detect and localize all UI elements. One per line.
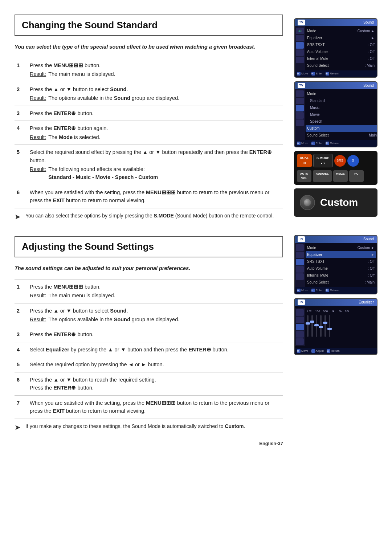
result-label: Result:	[30, 133, 46, 141]
result-label: Result:	[30, 94, 46, 102]
step-number: 3	[15, 327, 28, 342]
tv-screen-1: TV Sound 📺 Mode : Custom ►	[294, 18, 377, 78]
menu-val-3-srs: : Off	[368, 259, 375, 264]
table-row: 2 Press the ▲ or ▼ button to select Soun…	[15, 82, 283, 106]
table-row: 4 Select Equalizer by pressing the ▲ or …	[15, 342, 283, 357]
menu-row-2-music: Music	[307, 104, 377, 111]
step-number: 6	[15, 185, 28, 208]
tv-screen-2: TV Sound Mode Standard	[294, 81, 377, 148]
eq-bars-row	[307, 315, 375, 337]
note-arrow-icon: ➤	[15, 422, 23, 433]
menu-val-3-soundsel: : Main	[365, 280, 375, 285]
menu-val-movie: Movie	[310, 112, 320, 117]
tv-logo: TV	[298, 20, 305, 25]
tv-bottom-bar-4: ⊕ Move ↕ Adjust ⊞ Return	[295, 348, 377, 354]
menu-label-autovol: Auto Volume	[307, 49, 328, 54]
sidebar-icon-3-3	[296, 259, 304, 265]
eq-track-300	[316, 315, 317, 337]
bottom-adjust-4: ↕ Adjust	[311, 349, 324, 353]
tv-screen-4: TV Equalizer L/R 100 300 1k	[294, 298, 377, 355]
menu-row-2-speech: Speech	[307, 118, 377, 125]
menu-val-custom: Custom	[307, 126, 319, 131]
menu-row-3-autovol: Auto Volume : Off	[307, 265, 375, 272]
tv-bottom-bar-2: ⊕ Move ↵ Enter ⊞ Return	[295, 140, 377, 147]
eq-label-1k: 1k	[331, 309, 334, 314]
step-content: When you are satisfied with the setting,…	[28, 395, 283, 419]
menu-val-srs: : Off	[368, 42, 375, 48]
menu-row-eq: Equalizer ►	[307, 34, 375, 41]
step-number: 4	[15, 342, 28, 357]
step-number: 2	[15, 303, 28, 327]
section1-note: ➤ You can also select these options by s…	[15, 212, 283, 222]
nav-icon-enter-2: ↵	[311, 142, 315, 145]
menu-row-autovol: Auto Volume : Off	[307, 48, 375, 55]
sidebar-icon-4-5	[296, 338, 304, 345]
step-content: Press the ▲ or ▼ button to reach the req…	[28, 372, 283, 395]
menu-val-autovol: : Off	[368, 49, 375, 54]
menu-label-2-mode: Mode	[307, 91, 316, 97]
sidebar-icon-3-4	[296, 266, 304, 273]
step-content: Press the ▲ or ▼ button to select Sound.…	[28, 82, 283, 106]
tv-menu-2: Mode Standard Music Movie Speech	[305, 89, 377, 140]
srs-button: SRS	[334, 155, 346, 167]
note-text: You can also select these options by sim…	[25, 212, 274, 220]
result-text: The main menu is displayed.	[48, 70, 115, 78]
step-content: Select the required option by pressing t…	[28, 357, 283, 372]
srs-icon: SRS	[336, 158, 343, 163]
nav-icon-adjust-4: ↕	[311, 349, 315, 353]
eq-label-100: 100	[315, 309, 320, 314]
menu-label-3-mute: Internal Mute	[307, 273, 328, 278]
addel-button: ADD/DEL	[313, 170, 332, 182]
result-text: The options available in the Sound group…	[48, 94, 179, 102]
bottom-return-2: ⊞ Return	[326, 141, 339, 146]
section2-title: Adjusting the Sound Settings	[22, 240, 276, 254]
eq-handle-3k	[323, 322, 327, 324]
menu-label-3-soundsel: Sound Select	[307, 280, 329, 285]
menu-val-2-soundsel: Main	[369, 133, 377, 138]
bottom-enter-3: ↵ Enter	[311, 288, 323, 293]
left-column: Changing the Sound Standard You can sele…	[15, 15, 294, 447]
menu-row-3-eq-highlighted: Equalizer ►	[306, 251, 376, 258]
eq-label-10k: 10k	[345, 309, 350, 314]
table-row: 3 Press the ENTER⊕ button.	[15, 106, 283, 121]
tv-logo-4: TV	[298, 299, 305, 305]
page: Changing the Sound Standard You can sele…	[0, 0, 392, 461]
dual-button: DUALI·II	[297, 154, 312, 167]
section2-title-box: Adjusting the Sound Settings	[15, 236, 283, 257]
table-row: 1 Press the MENU⊞⊞⊞ button. Result: The …	[15, 279, 283, 303]
step-number: 7	[15, 395, 28, 419]
sidebar-icon-3-1	[296, 244, 304, 251]
menu-row-srs: SRS TSXT : Off	[307, 41, 375, 48]
result-label: Result:	[30, 315, 46, 323]
tv-bottom-bar-3: ⊕ Move ↵ Enter ⊞ Return	[295, 287, 377, 294]
remote-buttons: DUALI·II S.MODE▲▼ SRS S AUTOVOL ADD/DEL …	[294, 151, 377, 185]
menu-row-3-mode: Mode : Custom ►	[307, 244, 375, 251]
eq-handle-lr	[306, 322, 310, 325]
smode2-icon: S	[352, 158, 354, 163]
menu-label-3-autovol: Auto Volume	[307, 266, 328, 271]
tv-screen-title-4: Equalizer	[359, 299, 374, 305]
table-row: 3 Press the ENTER⊕ button.	[15, 327, 283, 342]
menu-val-eq: ►	[371, 35, 375, 41]
menu-val-3-mute: : Off	[368, 273, 375, 278]
smode-button: S.MODE▲▼	[313, 154, 333, 167]
tv-sidebar-1: 📺	[295, 26, 305, 70]
menu-val-3-autovol: : Off	[368, 266, 375, 271]
step-content: Select Equalizer by pressing the ▲ or ▼ …	[28, 342, 283, 357]
tv-top-bar-1: TV Sound	[295, 19, 377, 26]
step-number: 1	[15, 58, 28, 82]
menu-row-2-soundsel: Sound Select Main	[307, 132, 377, 139]
remote-row-2: AUTOVOL ADD/DEL P.SIZE PC	[297, 170, 375, 182]
nav-icon-return-2: ⊞	[326, 142, 329, 145]
sidebar-icon-3-5	[296, 273, 304, 280]
section1-steps-table: 1 Press the MENU⊞⊞⊞ button. Result: The …	[15, 58, 283, 208]
table-row: 7 When you are satisfied with the settin…	[15, 395, 283, 419]
sidebar-icon-2	[296, 35, 304, 41]
step-number: 1	[15, 279, 28, 303]
menu-label-srs: SRS TSXT	[307, 42, 325, 48]
tv-body-2: Mode Standard Music Movie Speech	[295, 89, 377, 140]
sidebar-icon-5	[296, 57, 304, 63]
sidebar-icon-4-4	[296, 331, 304, 338]
result-label: Result:	[30, 70, 46, 78]
pc-button: PC	[349, 170, 364, 182]
